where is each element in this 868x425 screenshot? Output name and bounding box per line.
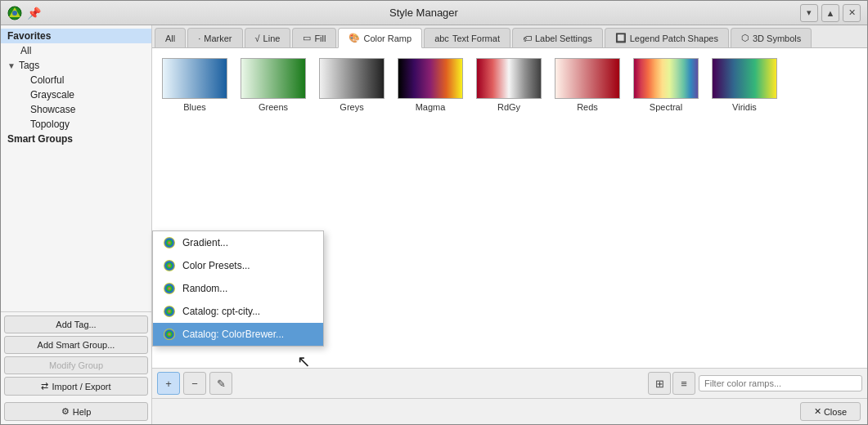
sidebar-tree: FavoritesAll▼TagsColorfulGrayscaleShowca… <box>1 25 151 311</box>
close-icon: ✕ <box>814 406 821 417</box>
sidebar-item-showcase[interactable]: Showcase <box>1 102 151 117</box>
menu-item-icon <box>163 236 176 249</box>
ramp-label-reds: Reds <box>577 102 598 112</box>
svg-point-5 <box>164 306 175 317</box>
svg-point-6 <box>164 329 175 340</box>
menu-item-label: Color Presets... <box>182 260 250 271</box>
tab-bar: All·Marker√Line▭Fill🎨Color RampabcText F… <box>152 25 867 48</box>
ramp-item-rdgy[interactable]: RdGy <box>476 58 542 112</box>
menu-item-catalog-cpt[interactable]: Catalog: cpt-city... <box>153 300 323 323</box>
tab-label: Marker <box>204 34 232 43</box>
marker-icon: · <box>198 34 200 43</box>
ramp-item-greys[interactable]: Greys <box>319 58 385 112</box>
window-controls: ▾ ▲ ✕ <box>800 4 861 22</box>
style-manager-window: 📌 Style Manager ▾ ▲ ✕ FavoritesAll▼TagsC… <box>0 0 868 425</box>
sidebar-item-grayscale[interactable]: Grayscale <box>1 87 151 102</box>
tab-line[interactable]: √Line <box>245 28 291 47</box>
sidebar-item-label: Tags <box>19 60 39 71</box>
menu-item-icon <box>163 259 176 272</box>
ramp-item-spectral[interactable]: Spectral <box>633 58 699 112</box>
footer: ✕ Close <box>152 398 867 424</box>
sidebar: FavoritesAll▼TagsColorfulGrayscaleShowca… <box>1 25 152 424</box>
sidebar-item-favorites[interactable]: Favorites <box>1 29 151 43</box>
menu-item-random[interactable]: Random... <box>153 277 323 300</box>
menu-item-icon <box>163 328 176 341</box>
color-ramp-icon: 🎨 <box>349 33 360 43</box>
tab-label: 3D Symbols <box>753 34 801 43</box>
tab-legend-patch[interactable]: 🔲Legend Patch Shapes <box>605 28 729 47</box>
tree-arrow-icon: ▼ <box>7 61 16 70</box>
sidebar-item-topology[interactable]: Topology <box>1 117 151 132</box>
svg-point-1 <box>12 11 17 16</box>
text-format-icon: abc <box>434 34 449 43</box>
tab-label: Legend Patch Shapes <box>630 34 718 43</box>
menu-item-color-presets[interactable]: Color Presets... <box>153 254 323 277</box>
search-input[interactable] <box>699 375 862 391</box>
ramp-item-reds[interactable]: Reds <box>555 58 620 112</box>
tab-label: Fill <box>314 34 326 43</box>
remove-item-button[interactable]: − <box>183 372 206 395</box>
pin-icon[interactable]: 📌 <box>27 7 41 20</box>
svg-point-3 <box>164 260 175 271</box>
menu-item-gradient[interactable]: Gradient... <box>153 231 323 254</box>
close-button[interactable]: ✕ Close <box>800 402 861 421</box>
add-tag-button[interactable]: Add Tag... <box>4 315 148 333</box>
ramp-label-greys: Greys <box>340 102 363 112</box>
ramp-label-magma: Magma <box>416 102 446 112</box>
sidebar-item-label: Smart Groups <box>7 133 73 145</box>
ramp-preview-spectral <box>633 58 699 99</box>
tab-fill[interactable]: ▭Fill <box>292 28 336 47</box>
grid-view-button[interactable]: ⊞ <box>648 372 671 395</box>
sidebar-item-tags[interactable]: ▼Tags <box>1 58 151 73</box>
sidebar-buttons: Add Tag... Add Smart Group... Modify Gro… <box>1 311 151 399</box>
ramp-preview-rdgy <box>476 58 542 99</box>
fill-icon: ▭ <box>303 33 311 43</box>
ramp-item-blues[interactable]: Blues <box>162 58 227 112</box>
ramp-preview-blues <box>162 58 227 99</box>
ramp-preview-greys <box>319 58 385 99</box>
minimize-button[interactable]: ▾ <box>800 4 818 22</box>
tab-3d-symbols[interactable]: ⬡3D Symbols <box>731 28 812 47</box>
import-export-button[interactable]: ⇄ Import / Export <box>4 377 148 396</box>
sidebar-item-colorful[interactable]: Colorful <box>1 73 151 87</box>
menu-item-label: Gradient... <box>182 237 228 248</box>
titlebar: 📌 Style Manager ▾ ▲ ✕ <box>1 1 867 25</box>
tab-label: Text Format <box>452 34 500 43</box>
ramp-item-greens[interactable]: Greens <box>241 58 306 112</box>
ramp-preview-reds <box>555 58 620 99</box>
tab-label-settings[interactable]: 🏷Label Settings <box>512 28 603 47</box>
main-content: FavoritesAll▼TagsColorfulGrayscaleShowca… <box>1 25 867 424</box>
close-window-button[interactable]: ✕ <box>843 4 861 22</box>
tab-marker[interactable]: ·Marker <box>187 28 242 47</box>
sidebar-item-label: Showcase <box>30 104 75 115</box>
help-icon: ⚙ <box>61 406 70 417</box>
add-smart-group-button[interactable]: Add Smart Group... <box>4 336 148 354</box>
svg-point-4 <box>164 283 175 294</box>
sidebar-item-smart-groups[interactable]: Smart Groups <box>1 132 151 146</box>
ramp-label-rdgy: RdGy <box>497 102 520 112</box>
dropdown-menu: Gradient...Color Presets...Random...Cata… <box>152 230 324 347</box>
sidebar-item-label: Colorful <box>30 74 64 86</box>
modify-group-button[interactable]: Modify Group <box>4 356 148 374</box>
ramp-preview-greens <box>241 58 306 99</box>
ramp-item-viridis[interactable]: Viridis <box>712 58 777 112</box>
sidebar-item-label: Grayscale <box>30 89 74 101</box>
add-item-button[interactable]: + <box>157 372 180 395</box>
app-icon <box>7 6 22 20</box>
sidebar-item-all[interactable]: All <box>1 43 151 58</box>
maximize-button[interactable]: ▲ <box>821 4 839 22</box>
color-ramps-grid: BluesGreensGreysMagmaRdGyRedsSpectralVir… <box>162 58 857 112</box>
tab-label: All <box>165 34 175 43</box>
tab-color-ramp[interactable]: 🎨Color Ramp <box>338 28 422 48</box>
edit-item-button[interactable]: ✎ <box>209 372 232 395</box>
ramp-item-magma[interactable]: Magma <box>398 58 463 112</box>
label-settings-icon: 🏷 <box>523 34 532 43</box>
list-view-button[interactable]: ≡ <box>672 372 695 395</box>
tab-text-format[interactable]: abcText Format <box>424 28 510 47</box>
sidebar-item-label: All <box>20 45 31 56</box>
menu-item-catalog-colorbrewer[interactable]: Catalog: ColorBrewer... <box>153 323 323 346</box>
help-button[interactable]: ⚙ Help <box>4 402 148 421</box>
tab-all[interactable]: All <box>155 28 186 47</box>
svg-point-2 <box>164 237 175 248</box>
menu-item-label: Catalog: cpt-city... <box>182 306 260 317</box>
